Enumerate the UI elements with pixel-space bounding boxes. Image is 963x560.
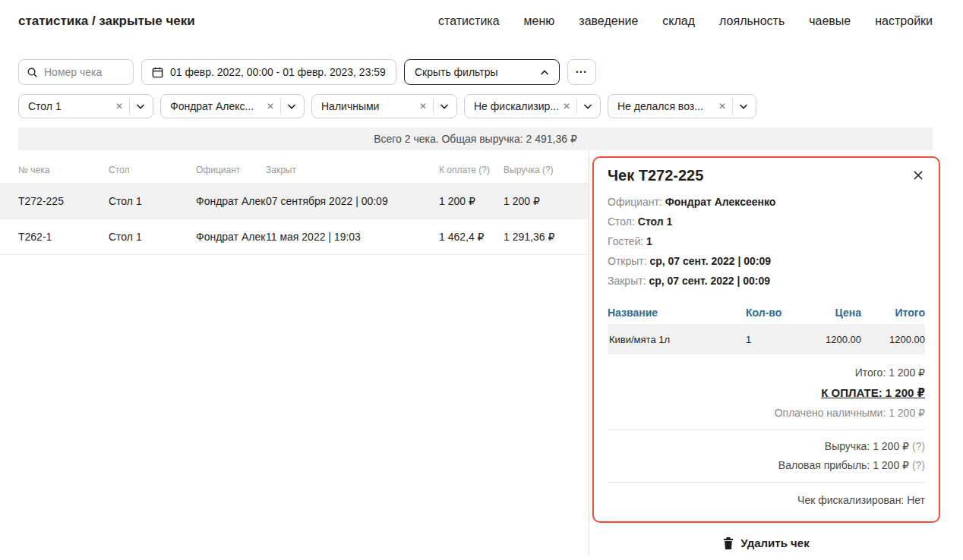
- filter-chip-refund[interactable]: Не делался воз... ✕: [608, 94, 756, 118]
- chip-remove-icon[interactable]: ✕: [558, 101, 576, 112]
- chip-label: Стол 1: [28, 100, 111, 112]
- chevron-down-icon[interactable]: [577, 104, 592, 109]
- totals-divider: [608, 482, 925, 483]
- nav-item-menu[interactable]: меню: [524, 14, 555, 28]
- to-pay-cell: 1 200 ₽: [439, 195, 504, 207]
- receipt-totals: Итого: 1 200 ₽ К ОПЛАТЕ: 1 200 ₽ Оплачен…: [608, 363, 925, 511]
- chip-remove-icon[interactable]: ✕: [714, 101, 732, 112]
- item-qty: 1: [746, 334, 799, 345]
- receipt-detail-panel: Чек T272-225 Официант: Фондрат Алексеенк…: [592, 156, 940, 523]
- items-header-price: Цена: [799, 307, 861, 319]
- chip-label: Не фискализир...: [474, 100, 558, 112]
- receipt-row[interactable]: T262-1 Стол 1 Фондрат Алекс... 11 мая 20…: [0, 219, 589, 255]
- nav-item-tips[interactable]: чаевые: [809, 14, 851, 28]
- field-label: Открыт:: [608, 255, 647, 267]
- more-filters-button[interactable]: •••: [567, 59, 596, 85]
- delete-receipt-label: Удалить чек: [740, 536, 809, 549]
- header-revenue: Выручка (?): [504, 165, 589, 175]
- header-receipt-number: № чека: [18, 165, 109, 175]
- date-range-button[interactable]: 01 февр. 2022, 00:00 - 01 февр. 2023, 23…: [141, 59, 396, 85]
- chip-remove-icon[interactable]: ✕: [111, 101, 129, 112]
- gross-profit-text: Валовая прибыль: 1 200 ₽: [778, 459, 909, 471]
- paid-cash-line: Оплачено наличными: 1 200 ₽: [608, 404, 925, 423]
- receipt-row[interactable]: T272-225 Стол 1 Фондрат Алекс... 07 сент…: [0, 184, 589, 219]
- item-row: Киви/мята 1л 1 1200.00 1200.00: [608, 324, 925, 354]
- delete-receipt-button[interactable]: Удалить чек: [592, 536, 940, 549]
- detail-column: Чек T272-225 Официант: Фондрат Алексеенк…: [589, 150, 963, 555]
- header-table: Стол: [109, 165, 196, 175]
- item-price: 1200.00: [799, 334, 861, 345]
- to-pay-line: К ОПЛАТЕ: 1 200 ₽: [608, 382, 925, 404]
- header-to-pay: К оплате (?): [439, 165, 504, 175]
- items-header-total: Итого: [861, 307, 925, 319]
- closed-cell: 11 мая 2022 | 19:03: [266, 231, 439, 243]
- chevron-down-icon[interactable]: [281, 104, 296, 109]
- field-guests: Гостей: 1: [608, 231, 925, 251]
- field-label: Официант:: [608, 196, 662, 208]
- item-total: 1200.00: [861, 334, 925, 345]
- nav-item-warehouse[interactable]: склад: [662, 14, 695, 28]
- gross-profit-hint-icon[interactable]: (?): [912, 459, 925, 471]
- header-waiter: Официант: [196, 165, 266, 175]
- filter-chip-payment[interactable]: Наличными ✕: [311, 94, 457, 118]
- page: статистика / закрытые чеки статистика ме…: [0, 0, 963, 560]
- chevron-down-icon[interactable]: [733, 104, 748, 109]
- header-closed: Закрыт: [266, 165, 439, 175]
- chip-label: Наличными: [321, 100, 415, 112]
- nav-item-loyalty[interactable]: лояльность: [719, 14, 785, 28]
- field-value: Фондрат Алексеенко: [665, 196, 776, 208]
- filter-chip-fiscalized[interactable]: Не фискализир... ✕: [464, 94, 601, 118]
- field-table: Стол: Стол 1: [608, 212, 925, 231]
- revenue-text: Выручка: 1 200 ₽: [825, 440, 909, 452]
- receipt-number-cell: T262-1: [18, 231, 109, 243]
- detail-fields: Официант: Фондрат Алексеенко Стол: Стол …: [608, 192, 925, 291]
- field-label: Стол:: [608, 216, 635, 228]
- nav-item-venue[interactable]: заведение: [579, 14, 638, 28]
- close-icon[interactable]: [911, 167, 925, 184]
- top-nav: статистика меню заведение склад лояльнос…: [438, 14, 933, 28]
- items-header-qty: Кол-во: [746, 307, 799, 319]
- totals-divider: [608, 429, 925, 430]
- receipt-number-cell: T272-225: [18, 195, 109, 207]
- filters-row-chips: Стол 1 ✕ Фондрат Алекс... ✕ Наличными ✕ …: [18, 94, 945, 118]
- revenue-cell: 1 200 ₽: [504, 195, 589, 207]
- filter-chip-table[interactable]: Стол 1 ✕: [18, 94, 153, 118]
- field-label: Закрыт:: [608, 275, 646, 287]
- receipts-table: № чека Стол Официант Закрыт К оплате (?)…: [0, 150, 589, 555]
- items-header-row: Название Кол-во Цена Итого: [608, 301, 925, 324]
- waiter-cell: Фондрат Алекс...: [196, 231, 266, 243]
- hide-filters-label: Скрыть фильтры: [415, 66, 498, 78]
- receipt-search[interactable]: [18, 59, 134, 85]
- breadcrumb: статистика / закрытые чеки: [18, 14, 195, 29]
- to-pay-cell: 1 462,4 ₽: [439, 231, 504, 243]
- field-closed: Закрыт: ср, 07 сент. 2022 | 00:09: [608, 271, 925, 291]
- closed-cell: 07 сентября 2022 | 00:09: [266, 195, 439, 207]
- subtotal-line: Итого: 1 200 ₽: [608, 363, 925, 382]
- field-value: ср, 07 сент. 2022 | 00:09: [649, 255, 771, 267]
- field-value: Стол 1: [638, 216, 673, 228]
- main: № чека Стол Официант Закрыт К оплате (?)…: [0, 150, 963, 555]
- chevron-up-icon: [540, 70, 549, 75]
- search-input[interactable]: [44, 66, 125, 78]
- nav-item-statistics[interactable]: статистика: [438, 14, 499, 28]
- table-cell: Стол 1: [109, 231, 196, 243]
- chip-remove-icon[interactable]: ✕: [262, 101, 280, 112]
- filter-chip-waiter[interactable]: Фондрат Алекс... ✕: [160, 94, 305, 118]
- field-opened: Открыт: ср, 07 сент. 2022 | 00:09: [608, 251, 925, 271]
- chevron-down-icon[interactable]: [130, 104, 145, 109]
- item-name: Киви/мята 1л: [608, 334, 746, 345]
- revenue-hint-icon[interactable]: (?): [912, 440, 925, 452]
- gross-profit-line: Валовая прибыль: 1 200 ₽ (?): [608, 456, 925, 475]
- table-header-row: № чека Стол Официант Закрыт К оплате (?)…: [0, 156, 589, 184]
- chip-remove-icon[interactable]: ✕: [415, 101, 433, 112]
- receipt-items: Название Кол-во Цена Итого Киви/мята 1л …: [608, 301, 925, 354]
- field-label: Гостей:: [608, 235, 643, 247]
- topbar: статистика / закрытые чеки статистика ме…: [0, 0, 963, 29]
- waiter-cell: Фондрат Алекс...: [196, 195, 266, 207]
- hide-filters-button[interactable]: Скрыть фильтры: [404, 59, 560, 85]
- chevron-down-icon[interactable]: [434, 104, 449, 109]
- fiscalized-line: Чек фискализирован: Нет: [608, 489, 925, 511]
- search-icon: [27, 67, 38, 78]
- field-waiter: Официант: Фондрат Алексеенко: [608, 192, 925, 212]
- nav-item-settings[interactable]: настройки: [875, 14, 933, 28]
